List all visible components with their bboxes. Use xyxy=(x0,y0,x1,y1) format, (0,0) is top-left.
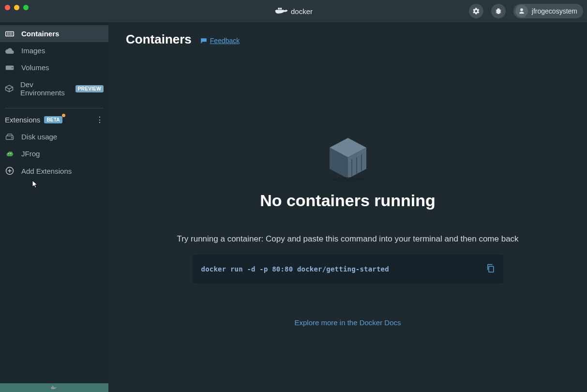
command-text: docker run -d -p 80:80 docker/getting-st… xyxy=(201,265,389,273)
docker-logo: docker xyxy=(274,6,313,16)
svg-point-16 xyxy=(10,153,11,154)
sidebar-item-label: Add Extensions xyxy=(21,167,72,175)
box-icon xyxy=(5,85,14,92)
jfrog-icon xyxy=(5,150,15,158)
page-title: Containers xyxy=(126,32,192,47)
sidebar: Containers Images Volumes Dev Environmen… xyxy=(0,22,108,392)
sidebar-extension-jfrog[interactable]: JFrog xyxy=(0,145,108,162)
main-content: Containers Feedback No containers runnin… xyxy=(108,22,587,392)
notification-dot xyxy=(62,114,65,117)
extensions-header: Extensions BETA ⋮ xyxy=(0,115,108,128)
svg-point-12 xyxy=(12,67,13,68)
svg-point-15 xyxy=(8,153,9,154)
empty-state-subtitle: Try running a container: Copy and paste … xyxy=(177,234,518,244)
sidebar-item-images[interactable]: Images xyxy=(0,42,108,59)
svg-rect-23 xyxy=(52,386,53,387)
sidebar-item-label: Volumes xyxy=(21,63,49,72)
chat-icon xyxy=(200,38,207,44)
container-illustration xyxy=(324,134,372,182)
copy-icon xyxy=(486,263,495,273)
svg-point-14 xyxy=(12,137,13,138)
sidebar-extension-disk-usage[interactable]: Disk usage xyxy=(0,128,108,145)
beta-badge: BETA xyxy=(44,116,62,123)
sidebar-item-label: Containers xyxy=(21,30,59,38)
extensions-menu-button[interactable]: ⋮ xyxy=(96,115,104,124)
sidebar-item-label: JFrog xyxy=(21,150,40,158)
minimize-window-button[interactable] xyxy=(14,5,19,10)
drive-icon xyxy=(5,65,15,71)
preview-badge: PREVIEW xyxy=(75,85,104,92)
gear-icon xyxy=(472,7,480,15)
extensions-label: Extensions xyxy=(5,116,40,124)
titlebar: docker jfrogecosystem xyxy=(0,0,587,22)
sidebar-item-label: Images xyxy=(21,46,45,55)
avatar xyxy=(515,5,528,17)
copy-button[interactable] xyxy=(486,263,495,275)
sidebar-item-containers[interactable]: Containers xyxy=(0,25,108,42)
svg-point-30 xyxy=(331,177,364,182)
sidebar-item-label: Disk usage xyxy=(21,133,57,141)
sidebar-item-dev-environments[interactable]: Dev Environments PREVIEW xyxy=(0,76,108,101)
disk-icon xyxy=(5,134,15,140)
svg-rect-4 xyxy=(278,8,280,10)
bug-report-button[interactable] xyxy=(491,4,506,18)
window-controls xyxy=(4,5,29,10)
person-icon xyxy=(518,8,525,15)
command-box: docker run -d -p 80:80 docker/getting-st… xyxy=(193,255,503,284)
empty-state: No containers running Try running a cont… xyxy=(126,134,570,327)
docs-link[interactable]: Explore more in the Docker Docs xyxy=(294,318,401,327)
account-menu[interactable]: jfrogecosystem xyxy=(513,4,583,18)
mouse-cursor xyxy=(32,180,39,189)
feedback-link[interactable]: Feedback xyxy=(200,37,240,45)
bug-icon xyxy=(495,7,502,15)
empty-state-title: No containers running xyxy=(260,191,436,210)
feedback-link-label: Feedback xyxy=(210,37,240,45)
sidebar-footer[interactable] xyxy=(0,383,108,392)
plus-circle-icon xyxy=(5,166,15,175)
cloud-icon xyxy=(5,48,15,54)
sidebar-divider xyxy=(5,108,104,108)
whale-icon xyxy=(274,6,288,16)
svg-rect-31 xyxy=(489,266,494,272)
sidebar-item-label: Dev Environments xyxy=(20,80,69,97)
brand-label: docker xyxy=(291,7,313,15)
username-label: jfrogecosystem xyxy=(532,7,577,15)
svg-rect-5 xyxy=(280,8,282,10)
settings-button[interactable] xyxy=(469,4,483,18)
sidebar-add-extensions[interactable]: Add Extensions xyxy=(0,162,108,180)
container-icon xyxy=(5,30,15,37)
close-window-button[interactable] xyxy=(5,5,10,10)
svg-rect-6 xyxy=(6,31,14,36)
maximize-window-button[interactable] xyxy=(23,5,29,10)
sidebar-item-volumes[interactable]: Volumes xyxy=(0,59,108,76)
whale-icon xyxy=(50,385,58,391)
